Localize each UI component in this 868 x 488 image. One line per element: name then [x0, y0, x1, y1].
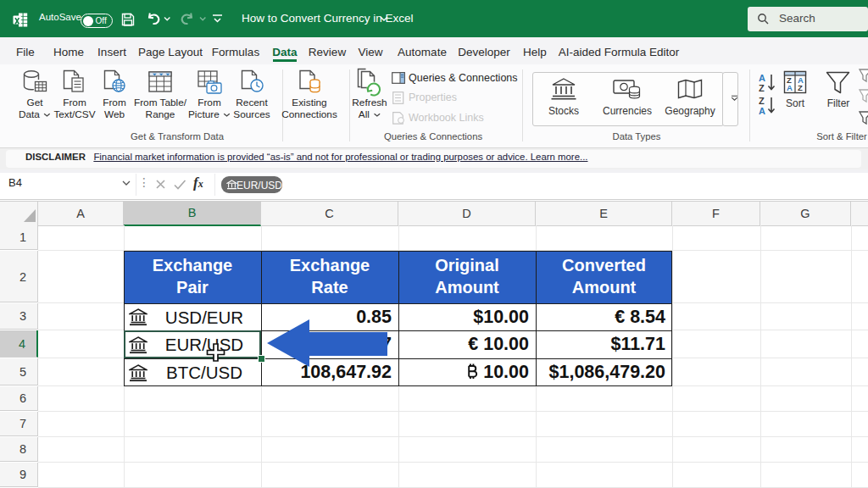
svg-text:A: A: [787, 83, 793, 92]
svg-text:Z: Z: [798, 83, 803, 92]
svg-text:Z: Z: [759, 96, 765, 106]
svg-text:A: A: [759, 106, 765, 116]
svg-text:Z: Z: [759, 83, 765, 93]
svg-text:A: A: [759, 73, 765, 83]
